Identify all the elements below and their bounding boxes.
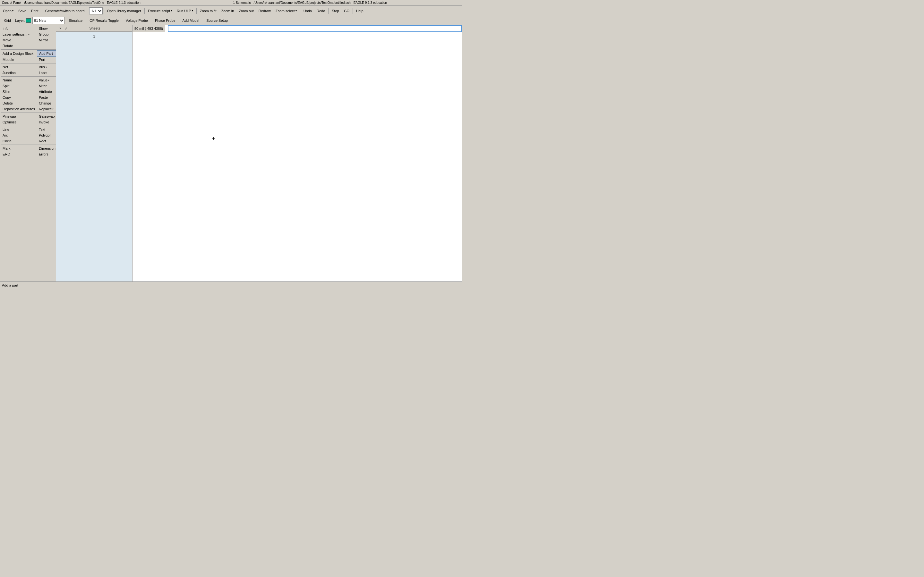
sep4 bbox=[144, 8, 145, 14]
cmd-mark[interactable]: Mark bbox=[1, 145, 37, 151]
coordinates-display: 50 mil (-493 4386) bbox=[134, 27, 163, 31]
cmd-add-design-block[interactable]: Add a Design Block bbox=[1, 50, 37, 57]
sep8 bbox=[352, 8, 353, 14]
cmd-change[interactable]: Change bbox=[37, 100, 56, 106]
main-toolbar: Open ▾ Save Print Generate/switch to boa… bbox=[0, 6, 462, 16]
execute-script-button[interactable]: Execute script ▾ bbox=[145, 7, 174, 15]
zoom-select-button[interactable]: Zoom select ▾ bbox=[273, 7, 299, 15]
command-grid: Info Show Layer settings...▾ Group Move … bbox=[0, 25, 56, 158]
cmd-show[interactable]: Show bbox=[37, 26, 56, 31]
cmd-dimension[interactable]: Dimension bbox=[37, 145, 56, 151]
sheets-header: × ⤢ Sheets bbox=[56, 25, 132, 32]
layer-label: Layer: bbox=[15, 19, 25, 23]
cmd-move[interactable]: Move bbox=[1, 37, 37, 43]
cmd-add-part[interactable]: Add Part Add Part bbox=[37, 50, 56, 57]
cmd-group[interactable]: Group bbox=[37, 31, 56, 37]
cmd-port[interactable]: Port bbox=[37, 57, 56, 63]
cmd-slice[interactable]: Slice bbox=[1, 89, 37, 95]
simulate-button[interactable]: Simulate bbox=[66, 17, 86, 24]
cmd-split[interactable]: Split bbox=[1, 83, 37, 89]
cmd-module[interactable]: Module bbox=[1, 57, 37, 63]
cmd-net[interactable]: Net bbox=[1, 64, 37, 70]
cmd-attribute[interactable]: Attribute bbox=[37, 89, 56, 95]
cmd-erc[interactable]: ERC bbox=[1, 151, 37, 157]
redo-button[interactable]: Redo bbox=[314, 7, 327, 15]
title-left: Control Panel - /Users/rehaanirani/Docum… bbox=[0, 0, 231, 5]
print-button[interactable]: Print bbox=[29, 7, 41, 15]
status-text: Add a part bbox=[2, 284, 18, 287]
cmd-replace[interactable]: Replace▾ bbox=[37, 106, 56, 112]
cmd-value[interactable]: Value▾ bbox=[37, 77, 56, 83]
cmd-rotate[interactable]: Rotate bbox=[1, 43, 37, 49]
cmd-optimize[interactable]: Optimize bbox=[1, 119, 37, 125]
sheets-panel: × ⤢ Sheets 1 bbox=[56, 25, 132, 282]
cmd-miter[interactable]: Miter bbox=[37, 83, 56, 89]
sep-line bbox=[1, 126, 56, 126]
source-setup-button[interactable]: Source Setup bbox=[204, 17, 231, 24]
cmd-layer-settings[interactable]: Layer settings...▾ bbox=[1, 31, 37, 37]
cmd-text[interactable]: Text bbox=[37, 127, 56, 132]
sheets-controls: × ⤢ bbox=[58, 26, 68, 31]
canvas-area[interactable]: 50 mil (-493 4386) + bbox=[132, 25, 462, 282]
help-button[interactable]: Help bbox=[354, 7, 366, 15]
open-library-button[interactable]: Open library manager bbox=[105, 7, 144, 15]
go-button[interactable]: GO bbox=[342, 7, 352, 15]
main-area: Info Show Layer settings...▾ Group Move … bbox=[0, 25, 462, 282]
crosshair-cursor: + bbox=[212, 135, 215, 141]
cmd-delete[interactable]: Delete bbox=[1, 100, 37, 106]
run-ulp-button[interactable]: Run ULP ▾ bbox=[174, 7, 195, 15]
title-right: 1 Schematic - /Users/rehaanirani/Documen… bbox=[231, 0, 462, 5]
cmd-copy[interactable]: Copy bbox=[1, 95, 37, 100]
zoom-out-button[interactable]: Zoom out bbox=[236, 7, 256, 15]
phase-probe-button[interactable]: Phase Probe bbox=[152, 17, 178, 24]
cmd-invoke[interactable]: Invoke bbox=[37, 119, 56, 125]
redraw-button[interactable]: Redraw bbox=[256, 7, 273, 15]
layer-selector: Layer: 91 Nets bbox=[15, 17, 65, 24]
cmd-line[interactable]: Line bbox=[1, 127, 37, 132]
cmd-bus[interactable]: Bus▾ bbox=[37, 64, 56, 70]
sheets-expand-button[interactable]: ⤢ bbox=[64, 26, 68, 31]
cmd-reposition[interactable]: Reposition Attributes bbox=[1, 106, 37, 112]
title-bar: Control Panel - /Users/rehaanirani/Docum… bbox=[0, 0, 462, 6]
voltage-probe-button[interactable]: Voltage Probe bbox=[123, 17, 151, 24]
page-select[interactable]: 1/1 bbox=[89, 7, 103, 15]
status-bar: Add a part bbox=[0, 282, 462, 288]
stop-button[interactable]: Stop bbox=[330, 7, 341, 15]
bus-arrow: ▾ bbox=[45, 66, 47, 69]
cmd-label[interactable]: Label bbox=[37, 70, 56, 76]
cmd-rect[interactable]: Rect bbox=[37, 138, 56, 144]
cmd-junction[interactable]: Junction bbox=[1, 70, 37, 76]
canvas-status-bar: 50 mil (-493 4386) bbox=[132, 25, 165, 32]
generate-board-button[interactable]: Generate/switch to board bbox=[43, 7, 87, 15]
cmd-name[interactable]: Name bbox=[1, 77, 37, 83]
open-button[interactable]: Open ▾ bbox=[1, 7, 16, 15]
open-arrow-icon: ▾ bbox=[12, 9, 13, 12]
cmd-arc[interactable]: Arc bbox=[1, 132, 37, 138]
zoom-to-fit-button[interactable]: Zoom to fit bbox=[198, 7, 219, 15]
layer-settings-arrow: ▾ bbox=[28, 33, 29, 36]
grid-button[interactable]: Grid bbox=[1, 17, 14, 24]
value-arrow: ▾ bbox=[48, 79, 49, 82]
cmd-pinswap[interactable]: Pinswap bbox=[1, 113, 37, 119]
secondary-toolbar: Grid Layer: 91 Nets Simulate OP Results … bbox=[0, 16, 462, 25]
cmd-gateswap[interactable]: Gateswap bbox=[37, 113, 56, 119]
undo-button[interactable]: Undo bbox=[301, 7, 314, 15]
sheets-close-button[interactable]: × bbox=[58, 26, 63, 31]
cmd-paste[interactable]: Paste bbox=[37, 95, 56, 100]
cmd-mirror[interactable]: Mirror bbox=[37, 37, 56, 43]
cmd-polygon[interactable]: Polygon bbox=[37, 132, 56, 138]
cmd-info[interactable]: Info bbox=[1, 26, 37, 31]
command-panel: Info Show Layer settings...▾ Group Move … bbox=[0, 25, 56, 282]
replace-arrow: ▾ bbox=[52, 108, 53, 111]
cmd-errors[interactable]: Errors bbox=[37, 151, 56, 157]
sep1 bbox=[42, 8, 42, 14]
sheet-item-1[interactable]: 1 bbox=[57, 33, 131, 39]
sheet-number-1: 1 bbox=[93, 34, 95, 38]
command-input[interactable] bbox=[168, 25, 462, 32]
op-results-button[interactable]: OP Results Toggle bbox=[87, 17, 121, 24]
layer-dropdown[interactable]: 91 Nets bbox=[32, 17, 65, 24]
add-model-button[interactable]: Add Model bbox=[180, 17, 202, 24]
cmd-circle[interactable]: Circle bbox=[1, 138, 37, 144]
save-button[interactable]: Save bbox=[16, 7, 29, 15]
zoom-in-button[interactable]: Zoom in bbox=[219, 7, 236, 15]
